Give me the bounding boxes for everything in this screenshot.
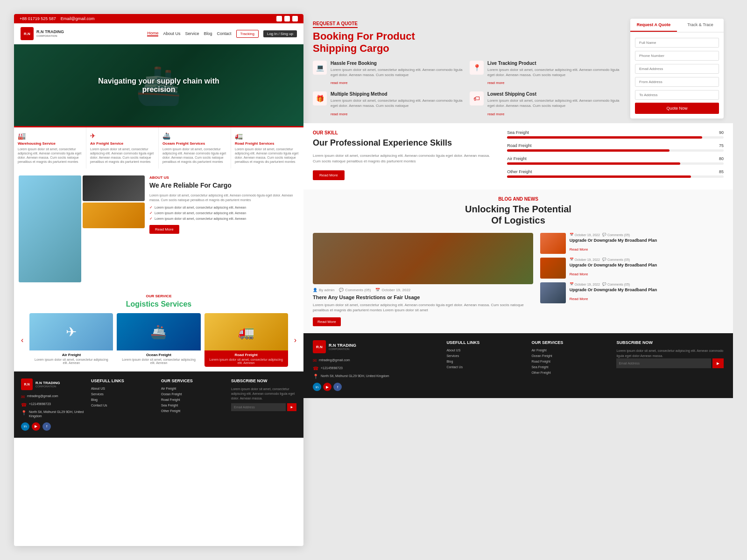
blog-side-title-1: Upgrade Or Downgrade My Broadband Plan — [570, 238, 657, 243]
lowest-shipping-link[interactable]: read more — [487, 112, 504, 116]
blog-main-meta: 👤 By admin 💬 Comments (05) 📅 October 19,… — [313, 288, 533, 292]
instagram-icon[interactable]: ◉ — [292, 16, 298, 21]
footer-phone: ☎ +12145698723 — [21, 402, 86, 407]
hero-title: Navigating your supply chain with precis… — [86, 77, 231, 94]
nav-service[interactable]: Service — [185, 31, 199, 36]
service-road-freight: 🚛 Road Freight Services Lorem ipsum dolo… — [231, 127, 303, 168]
card-ocean-label: Ocean Freight Lorem ipsum dolor sit amet… — [117, 350, 200, 367]
next-arrow[interactable]: › — [292, 334, 299, 347]
card-air-label: Air Freight Lorem ipsum dolor sit amet, … — [29, 350, 113, 367]
rf-link-blog[interactable]: Blog — [446, 360, 524, 363]
footer-link-about[interactable]: About US — [91, 387, 156, 390]
linkedin-icon[interactable]: in — [21, 422, 29, 431]
footer-email: ✉ rntrading@gmail.com — [21, 394, 86, 399]
footer-links-col: USEFULL LINKS About US Services Blog Con… — [91, 378, 156, 430]
check-1: ✓Lorem ipsum dolor sit amet, consectetur… — [149, 205, 299, 210]
blog-main-image — [313, 233, 533, 284]
nav-blog[interactable]: Blog — [204, 31, 212, 36]
skill-other-fill — [507, 175, 691, 178]
full-name-input[interactable] — [635, 38, 719, 48]
skill-air-name: Air Freight — [507, 156, 527, 161]
rf-ocean-freight[interactable]: Ocean Freight — [531, 354, 609, 357]
tab-request-quote[interactable]: Request A Quote — [630, 19, 677, 32]
skills-section: OUR SKILL Our Professional Experience Sk… — [303, 123, 733, 189]
footer-ocean-freight[interactable]: Ocean Freight — [161, 392, 226, 396]
blog-side-read-2[interactable]: Read More — [570, 272, 588, 276]
nav-home[interactable]: Home — [147, 31, 158, 36]
calendar-icon: 📅 — [375, 288, 380, 292]
rf-submit-button[interactable]: ► — [712, 358, 724, 368]
footer-link-blog[interactable]: Blog — [91, 398, 156, 401]
rf-facebook-icon[interactable]: f — [333, 383, 342, 391]
blog-title: Unlocking The Potential Of Logistics — [313, 203, 724, 226]
about-section: ABOUT US We Are Reliable For Cargo Lorem… — [14, 168, 303, 289]
footer-other-freight[interactable]: Other Freight — [161, 409, 226, 413]
blog-read-more-button[interactable]: Read More — [313, 317, 341, 326]
footer-sea-freight[interactable]: Sea Freight — [161, 404, 226, 407]
skill-label: OUR SKILL — [313, 130, 493, 135]
nav-contact[interactable]: Contact — [217, 31, 232, 36]
quote-now-button[interactable]: Quote Now — [635, 103, 719, 114]
rf-email-input[interactable] — [616, 358, 711, 368]
live-tracking-link[interactable]: read more — [487, 81, 504, 85]
warehousing-icon: 🏭 — [18, 132, 82, 140]
rf-linkedin-icon[interactable]: in — [313, 383, 321, 391]
to-address-input[interactable] — [635, 90, 719, 100]
rf-link-about[interactable]: About US — [446, 349, 524, 352]
footer-link-services[interactable]: Services — [91, 392, 156, 396]
skill-sea-freight: Sea Freight 90 — [507, 130, 724, 139]
rf-sea-freight[interactable]: Sea Freight — [531, 365, 609, 369]
skill-road-name: Road Freight — [507, 143, 531, 148]
feature-live-tracking: 📍 Live Tracking Product Lorem ipsum dolo… — [470, 61, 621, 86]
footer-subscribe-form: ► — [231, 403, 296, 411]
footer-road-freight[interactable]: Road Freight — [161, 398, 226, 401]
lowest-shipping-icon: 🏷 — [470, 91, 484, 105]
skill-air-pct: 80 — [719, 156, 724, 161]
about-img-bottom — [83, 203, 145, 228]
rf-social: in ▶ f — [313, 383, 439, 391]
youtube-icon[interactable]: ▶ — [276, 16, 282, 21]
booking-title: Booking For Product Shipping Cargo — [313, 30, 621, 55]
rf-youtube-icon[interactable]: ▶ — [323, 383, 331, 391]
tab-track-trace[interactable]: Track & Trace — [677, 19, 724, 32]
facebook-icon[interactable]: f — [284, 16, 290, 21]
prev-arrow[interactable]: ‹ — [19, 334, 26, 347]
rf-logo-box: R.N — [313, 340, 326, 353]
subscribe-submit-button[interactable]: ► — [287, 403, 296, 411]
youtube-footer-icon[interactable]: ▶ — [32, 422, 40, 431]
rf-link-services[interactable]: Services — [446, 354, 524, 357]
skills-read-more-button[interactable]: Read More — [313, 170, 345, 180]
multiple-shipping-link[interactable]: read more — [331, 112, 347, 116]
rf-air-freight[interactable]: Air Freight — [531, 349, 609, 352]
skill-other-pct: 85 — [719, 169, 724, 174]
rf-email-icon: ✉ — [313, 358, 317, 363]
hassle-free-link[interactable]: read more — [331, 81, 347, 85]
phone-input[interactable] — [635, 51, 719, 61]
service-ocean-desc: Lorem ipsum dolor sit amet, consectetur … — [162, 147, 227, 164]
about-read-more-button[interactable]: Read More — [149, 225, 179, 234]
service-road-desc: Lorem ipsum dolor sit amet, consectetur … — [235, 147, 300, 164]
rf-road-freight[interactable]: Road Freight — [531, 360, 609, 363]
card-ocean: 🚢 Ocean Freight Lorem ipsum dolor sit am… — [117, 313, 200, 367]
blog-section: BLOG AND NEWS Unlocking The Potential Of… — [303, 189, 733, 333]
footer-link-contact[interactable]: Contact Us — [91, 404, 156, 407]
blog-side-date-1: 📅 October 19, 2022 — [570, 233, 600, 237]
rf-link-contact[interactable]: Contact Us — [446, 365, 524, 369]
login-button[interactable]: Log In / Sing up — [263, 30, 297, 37]
logo-box: R.N — [21, 27, 34, 40]
skill-sea-pct: 90 — [719, 130, 724, 135]
facebook-footer-icon[interactable]: f — [42, 422, 51, 431]
footer-air-freight[interactable]: Air Freight — [161, 387, 226, 390]
subscribe-email-input[interactable] — [231, 403, 286, 411]
from-address-input[interactable] — [635, 77, 719, 87]
nav-about[interactable]: About Us — [163, 31, 180, 36]
blog-side-read-3[interactable]: Read More — [570, 297, 588, 301]
service-air-freight: ✈ Air Freight Service Lorem ipsum dolor … — [86, 127, 159, 168]
feature-lowest-content: Lowest Shipping Cost Lorem ipsum dolor s… — [487, 91, 621, 117]
quote-left: REQUEST A QUOTE Booking For Product Ship… — [313, 19, 621, 119]
skill-other-track — [507, 175, 724, 178]
email-input[interactable] — [635, 64, 719, 74]
rf-other-freight[interactable]: Other Freight — [531, 371, 609, 374]
blog-side-read-1[interactable]: Read More — [570, 247, 588, 252]
tracking-button[interactable]: Tracking — [236, 30, 259, 38]
